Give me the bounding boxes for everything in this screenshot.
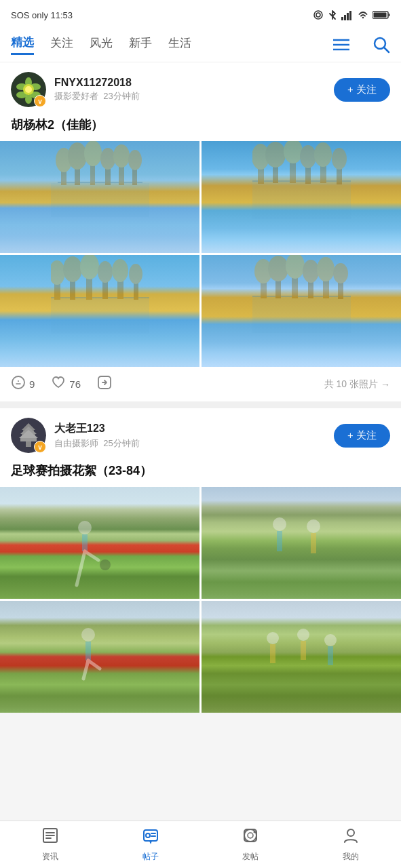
search-icon-button[interactable] (373, 36, 390, 54)
svg-rect-5 (349, 11, 351, 20)
like-count-1: 76 (69, 378, 81, 390)
photo-1-4[interactable] (202, 255, 401, 367)
bluetooth-icon (327, 9, 338, 20)
svg-point-72 (286, 255, 305, 279)
tab-scenery[interactable]: 风光 (90, 35, 113, 54)
svg-rect-4 (347, 13, 349, 20)
publish-icon (242, 827, 259, 848)
bottom-nav-news[interactable]: 资讯 (0, 821, 100, 868)
svg-point-91 (78, 521, 92, 534)
svg-rect-106 (270, 644, 275, 663)
svg-point-96 (100, 559, 111, 570)
svg-point-56 (63, 256, 82, 282)
svg-line-103 (83, 660, 88, 679)
status-bar: SOS only 11:53 (0, 0, 401, 27)
avatar-wrap-2[interactable]: v (11, 418, 46, 453)
svg-line-13 (384, 47, 389, 52)
heart-icon-1 (51, 375, 66, 393)
bottom-nav-posts[interactable]: 帖子 (100, 821, 201, 868)
username-1: FNYX11272018 (54, 77, 326, 89)
svg-point-74 (303, 260, 319, 283)
svg-rect-100 (311, 533, 316, 553)
svg-point-116 (146, 833, 150, 837)
comment-button-1[interactable]: 9 (11, 375, 35, 393)
svg-rect-37 (252, 180, 351, 182)
mine-icon (342, 827, 360, 848)
svg-rect-89 (20, 438, 37, 441)
svg-rect-102 (85, 642, 91, 660)
svg-rect-52 (51, 298, 149, 334)
svg-point-22 (25, 86, 32, 93)
news-icon (41, 827, 59, 848)
svg-line-104 (88, 660, 100, 669)
svg-line-94 (85, 551, 98, 560)
post-submeta-2: 自由摄影师 25分钟前 (54, 437, 326, 450)
photo-1-2[interactable] (202, 141, 401, 253)
svg-point-78 (333, 263, 348, 283)
svg-point-30 (84, 141, 102, 166)
svg-point-107 (297, 629, 309, 641)
like-button-1[interactable]: 76 (51, 375, 81, 393)
svg-point-60 (98, 261, 113, 283)
tab-follow[interactable]: 关注 (50, 35, 73, 54)
avatar-badge-2: v (34, 441, 46, 453)
bottom-nav: 资讯 帖子 发帖 我的 (0, 821, 401, 868)
post-meta-2: 大老王123 自由摄影师 25分钟前 (54, 422, 326, 450)
svg-point-0 (314, 11, 322, 19)
username-2: 大老王123 (54, 422, 326, 436)
svg-rect-23 (58, 182, 142, 183)
tab-life[interactable]: 生活 (168, 35, 191, 54)
photo-2-2[interactable] (202, 487, 401, 599)
svg-point-58 (80, 255, 99, 279)
photo-1-3[interactable] (0, 255, 199, 367)
svg-line-93 (81, 551, 85, 568)
photo-count-1: 共 10 张照片 → (324, 378, 390, 391)
status-left-text: SOS only 11:53 (11, 10, 73, 20)
post-title-2: 足球赛拍摄花絮（23-84） (0, 460, 401, 487)
menu-icon-button[interactable] (333, 38, 349, 52)
svg-rect-3 (344, 15, 346, 20)
follow-button-1[interactable]: + 关注 (334, 78, 390, 102)
svg-point-123 (347, 829, 354, 836)
svg-point-101 (81, 628, 95, 642)
svg-rect-65 (252, 296, 351, 297)
photo-2-1[interactable] (0, 487, 199, 599)
svg-point-70 (268, 256, 288, 281)
bottom-nav-publish[interactable]: 发帖 (201, 821, 301, 868)
post-title-1: 胡杨林2（佳能） (0, 114, 401, 141)
share-button-1[interactable] (97, 375, 112, 393)
svg-point-105 (267, 632, 279, 644)
photo-1-1[interactable] (0, 141, 199, 253)
svg-point-76 (317, 257, 335, 281)
publish-label: 发帖 (242, 851, 259, 863)
bottom-nav-mine[interactable]: 我的 (301, 821, 401, 868)
status-right-icons (313, 9, 390, 20)
svg-rect-66 (252, 297, 351, 333)
post-meta-1: FNYX11272018 摄影爱好者 23分钟前 (54, 77, 326, 102)
svg-rect-38 (252, 182, 351, 219)
posts-label: 帖子 (142, 851, 159, 863)
svg-point-42 (265, 142, 286, 167)
feed: v FNYX11272018 摄影爱好者 23分钟前 + 关注 胡杨林2（佳能） (0, 62, 401, 713)
tab-newbie[interactable]: 新手 (129, 35, 152, 54)
svg-rect-24 (51, 183, 149, 217)
svg-point-34 (113, 144, 130, 167)
svg-point-36 (128, 150, 142, 170)
svg-rect-90 (26, 441, 31, 447)
signal-icon (341, 9, 354, 20)
post-header-1: v FNYX11272018 摄影爱好者 23分钟前 + 关注 (0, 62, 401, 114)
posts-icon (142, 827, 159, 848)
svg-point-1 (316, 13, 320, 17)
svg-point-32 (100, 148, 115, 170)
svg-point-64 (129, 264, 142, 284)
photo-2-3[interactable] (0, 601, 199, 713)
battery-icon (373, 10, 390, 20)
share-icon-1 (97, 375, 112, 393)
svg-point-54 (51, 260, 65, 285)
tab-selected[interactable]: 精选 (11, 35, 34, 55)
svg-rect-92 (82, 534, 88, 551)
photo-2-4[interactable] (202, 601, 401, 713)
follow-button-2[interactable]: + 关注 (334, 424, 390, 448)
avatar-wrap-1[interactable]: v (11, 72, 46, 107)
svg-point-109 (324, 634, 337, 646)
